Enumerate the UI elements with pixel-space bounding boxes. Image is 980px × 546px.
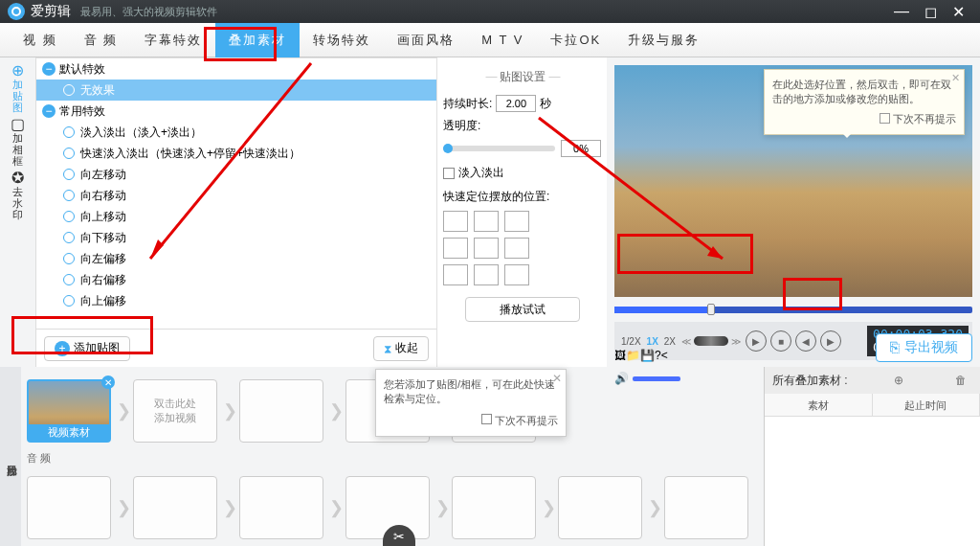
export-video-button[interactable]: ⎘导出视频: [876, 333, 972, 362]
clip-placeholder[interactable]: [558, 476, 642, 539]
tab-subtitle[interactable]: 字幕特效: [131, 23, 215, 57]
minimize-icon[interactable]: —: [894, 3, 909, 20]
open-folder-icon[interactable]: 📁: [626, 349, 640, 362]
clip-placeholder[interactable]: [452, 476, 536, 539]
tip-noshow-checkbox[interactable]: [481, 414, 492, 424]
stop-button[interactable]: ■: [770, 330, 791, 352]
duration-row: 持续时长: 秒: [443, 95, 601, 112]
pos-cell[interactable]: [443, 264, 468, 285]
arrow-icon: ❯: [117, 400, 131, 421]
speed-2x[interactable]: 2X: [661, 336, 679, 347]
sidebar-item-watermark[interactable]: ✪ 去水印: [4, 171, 33, 218]
tab-karaoke[interactable]: 卡拉OK: [537, 23, 614, 57]
tab-style[interactable]: 画面风格: [384, 23, 468, 57]
playhead-icon[interactable]: [707, 304, 715, 315]
progress-bar[interactable]: [614, 301, 972, 320]
clip-placeholder[interactable]: [239, 476, 323, 539]
arrow-icon: ❯: [648, 497, 662, 518]
col-material[interactable]: 素材: [765, 394, 873, 416]
radio-icon: [63, 232, 75, 243]
seek-back-icon[interactable]: ≪: [681, 336, 691, 347]
clip-placeholder[interactable]: [239, 379, 323, 443]
delete-icon[interactable]: 🗑: [955, 374, 967, 387]
effect-item[interactable]: 向下移动: [36, 227, 436, 248]
noshow-checkbox[interactable]: [880, 113, 890, 124]
next-frame-button[interactable]: ▶: [820, 330, 841, 352]
effect-item[interactable]: 向左偏移: [36, 248, 436, 269]
tip-close-icon[interactable]: ✕: [552, 372, 562, 385]
opacity-slider[interactable]: [443, 146, 555, 151]
close-icon[interactable]: ✕: [952, 3, 965, 21]
pos-cell[interactable]: [443, 211, 468, 232]
clip-remove-icon[interactable]: ✕: [101, 375, 115, 389]
effects-list[interactable]: −默认特效 无效果 −常用特效 淡入淡出（淡入+淡出） 快速淡入淡出（快速淡入+…: [36, 57, 436, 329]
clip-placeholder[interactable]: [664, 476, 748, 539]
effect-item[interactable]: 向上移动: [36, 206, 436, 227]
pos-cell[interactable]: [443, 238, 468, 259]
effects-group-common[interactable]: −常用特效: [36, 101, 436, 122]
effects-footer: +添加贴图 ⧗收起: [36, 329, 436, 367]
collapse-icon[interactable]: −: [42, 62, 56, 76]
pos-cell[interactable]: [474, 264, 499, 285]
materials-columns: 素材 起止时间: [765, 394, 980, 417]
tab-upgrade[interactable]: 升级与服务: [614, 23, 713, 57]
sidebar-item-sticker[interactable]: ⊕ 加贴图: [4, 63, 33, 111]
timeline-panel: 已添加片段 ✕ 视频素材 ❯ 双击此处添加视频 ❯ ❯ ❯ 音 频 ❯ ❯ ❯ …: [0, 367, 980, 546]
play-button[interactable]: ▶: [746, 330, 767, 352]
sticker-settings-panel: 贴图设置 持续时长: 秒 透明度: 淡入淡出 快速定位摆放的位置: 播放试试: [436, 57, 607, 367]
radio-icon: [63, 169, 75, 180]
pos-cell[interactable]: [474, 238, 499, 259]
fade-label: 淡入淡出: [458, 165, 504, 181]
share-icon[interactable]: <: [661, 349, 668, 362]
preview-play-button[interactable]: 播放试试: [465, 297, 580, 322]
callout-close-icon[interactable]: ✕: [951, 72, 960, 84]
effect-item[interactable]: 向右偏移: [36, 269, 436, 290]
col-timerange[interactable]: 起止时间: [873, 394, 981, 416]
opacity-label: 透明度:: [443, 118, 601, 134]
save-icon[interactable]: 💾: [640, 349, 655, 362]
speed-half[interactable]: 1/2X: [618, 336, 644, 347]
prev-frame-button[interactable]: ◀: [795, 330, 816, 352]
effect-item[interactable]: 向右移动: [36, 185, 436, 206]
tab-overlay[interactable]: 叠加素材: [215, 23, 300, 57]
radio-icon: [63, 148, 75, 159]
effect-item-none[interactable]: 无效果: [36, 80, 436, 101]
tab-mtv[interactable]: M T V: [468, 23, 537, 57]
tab-transition[interactable]: 转场特效: [300, 23, 384, 57]
maximize-icon[interactable]: ◻: [924, 3, 937, 21]
seek-fwd-icon[interactable]: ≫: [731, 336, 741, 347]
clip-video-1[interactable]: ✕ 视频素材: [27, 379, 111, 443]
clip-placeholder[interactable]: 双击此处添加视频: [133, 379, 217, 443]
clip-placeholder[interactable]: [133, 476, 217, 539]
tab-video[interactable]: 视 频: [10, 23, 71, 57]
add-sticker-button[interactable]: +添加贴图: [44, 336, 130, 361]
export-icon: ⎘: [890, 339, 900, 356]
effects-panel: −默认特效 无效果 −常用特效 淡入淡出（淡入+淡出） 快速淡入淡出（快速淡入+…: [36, 57, 436, 367]
duration-input[interactable]: [496, 95, 536, 112]
watermark-icon: ✪: [9, 169, 28, 186]
position-grid: [443, 211, 601, 285]
collapse-icon[interactable]: −: [42, 104, 56, 118]
locate-icon[interactable]: ⊕: [894, 374, 903, 387]
opacity-input[interactable]: [561, 140, 601, 157]
help-icon[interactable]: ?: [655, 349, 661, 362]
effect-item[interactable]: 向左移动: [36, 164, 436, 185]
pos-cell[interactable]: [504, 211, 529, 232]
sidebar-item-frame[interactable]: ▢ 加相框: [4, 117, 33, 165]
pos-cell[interactable]: [504, 264, 529, 285]
jog-wheel[interactable]: [694, 336, 728, 346]
tab-audio[interactable]: 音 频: [71, 23, 132, 57]
effect-item[interactable]: 快速淡入淡出（快速淡入+停留+快速淡出）: [36, 143, 436, 164]
clip-placeholder[interactable]: [27, 476, 111, 539]
pos-cell[interactable]: [474, 211, 499, 232]
effect-item[interactable]: 淡入淡出（淡入+淡出）: [36, 122, 436, 143]
clips-area: ✕ 视频素材 ❯ 双击此处添加视频 ❯ ❯ ❯ 音 频 ❯ ❯ ❯ ❯ ❯ ❯ …: [21, 367, 764, 546]
snapshot-icon[interactable]: 🖼: [614, 349, 626, 362]
effects-group-default[interactable]: −默认特效: [36, 58, 436, 80]
arrow-icon: ❯: [329, 400, 344, 421]
collapse-button[interactable]: ⧗收起: [373, 336, 429, 361]
pos-cell[interactable]: [504, 238, 529, 259]
speed-1x[interactable]: 1X: [644, 336, 661, 347]
fade-checkbox[interactable]: [443, 168, 455, 179]
effect-item[interactable]: 向上偏移: [36, 290, 436, 311]
